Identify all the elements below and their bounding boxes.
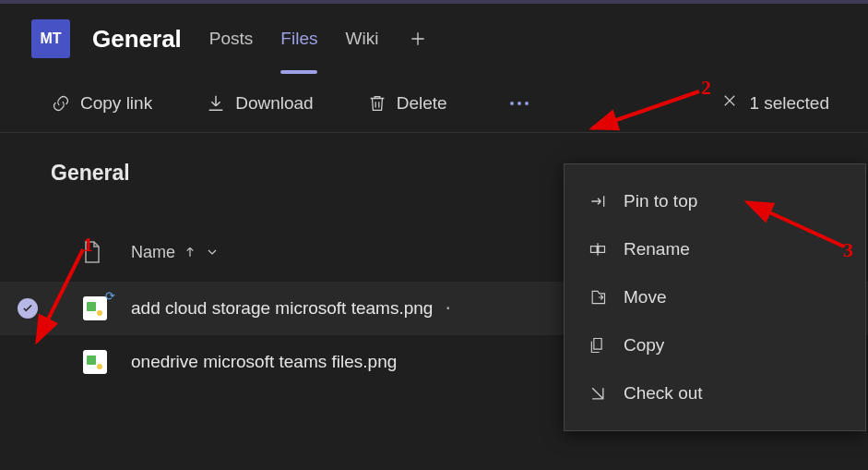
image-file-icon [83, 350, 107, 374]
channel-header: MT General Posts Files Wiki [0, 4, 868, 74]
image-file-icon [83, 296, 107, 320]
channel-title: General [92, 25, 182, 54]
menu-rename[interactable]: Rename [565, 225, 865, 273]
clear-selection-button[interactable] [721, 92, 738, 114]
add-tab-button[interactable] [406, 27, 430, 51]
move-icon [589, 288, 607, 307]
chevron-down-icon [205, 245, 220, 259]
arrow-up-icon [183, 245, 197, 259]
sync-icon: ⟳ [105, 289, 115, 303]
selection-count-label: 1 selected [749, 93, 829, 114]
file-name[interactable]: add cloud storage microsoft teams.png [131, 298, 433, 319]
team-avatar[interactable]: MT [31, 19, 70, 58]
selection-badge: 1 selected [721, 92, 829, 114]
row-more-button[interactable]: · [446, 300, 451, 317]
download-label: Download [235, 93, 314, 114]
check-icon [21, 302, 34, 315]
copy-link-label: Copy link [80, 93, 152, 114]
ellipsis-icon [510, 102, 514, 105]
pin-icon [589, 192, 607, 211]
tab-wiki[interactable]: Wiki [345, 23, 378, 54]
rename-icon [589, 240, 607, 259]
file-toolbar: Copy link Download Delete 1 selected [0, 74, 868, 133]
delete-label: Delete [397, 93, 447, 114]
delete-button[interactable]: Delete [367, 93, 447, 114]
document-icon [83, 241, 101, 263]
menu-copy[interactable]: Copy [565, 321, 865, 369]
checkout-icon [589, 384, 607, 403]
file-name[interactable]: onedrive microsoft teams files.png [131, 352, 397, 372]
more-actions-menu: Pin to top Rename Move Copy Check out [564, 163, 866, 431]
menu-move[interactable]: Move [565, 273, 865, 321]
copy-icon [589, 336, 607, 355]
download-button[interactable]: Download [206, 93, 314, 114]
menu-pin-to-top[interactable]: Pin to top [565, 177, 865, 225]
close-icon [721, 92, 738, 109]
plus-icon [409, 30, 427, 48]
menu-check-out[interactable]: Check out [565, 369, 865, 417]
more-actions-button[interactable] [501, 85, 538, 122]
tab-posts[interactable]: Posts [209, 23, 254, 54]
download-icon [206, 93, 226, 114]
row-checkbox[interactable] [18, 298, 38, 319]
trash-icon [367, 93, 387, 114]
tab-files[interactable]: Files [280, 23, 317, 54]
copy-link-button[interactable]: Copy link [51, 93, 152, 114]
tabs: Posts Files Wiki [209, 23, 431, 54]
name-column-header[interactable]: Name [131, 243, 220, 262]
link-icon [51, 93, 71, 114]
